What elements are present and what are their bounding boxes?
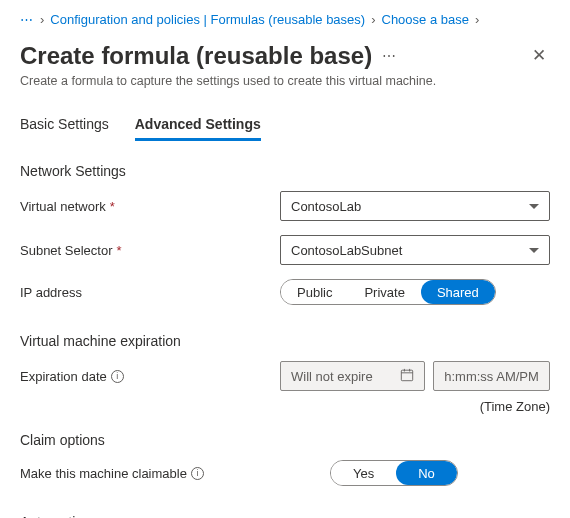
tab-basic-settings[interactable]: Basic Settings <box>20 116 109 141</box>
label-virtual-network: Virtual network * <box>20 199 280 214</box>
tabs: Basic Settings Advanced Settings <box>20 116 550 141</box>
breadcrumb-sep: › <box>371 12 375 27</box>
info-icon[interactable]: i <box>111 370 124 383</box>
page-title: Create formula (reusable base) <box>20 42 372 70</box>
claimable-toggle: Yes No <box>330 460 458 486</box>
input-expiration-date[interactable]: Will not expire <box>280 361 425 391</box>
ip-address-toggle: Public Private Shared <box>280 279 496 305</box>
tab-advanced-settings[interactable]: Advanced Settings <box>135 116 261 141</box>
section-automation: Automation <box>20 514 550 518</box>
input-expiration-time[interactable]: h:mm:ss AM/PM <box>433 361 550 391</box>
breadcrumb-link-config[interactable]: Configuration and policies | Formulas (r… <box>50 12 365 27</box>
calendar-icon <box>400 368 414 385</box>
breadcrumb-link-choose-base[interactable]: Choose a base <box>382 12 469 27</box>
section-network: Network Settings <box>20 163 550 179</box>
required-marker: * <box>117 243 122 258</box>
claimable-yes[interactable]: Yes <box>331 461 396 485</box>
claimable-no[interactable]: No <box>396 461 457 485</box>
close-icon[interactable]: ✕ <box>528 41 550 70</box>
timezone-note: (Time Zone) <box>20 399 550 414</box>
label-subnet-selector: Subnet Selector * <box>20 243 280 258</box>
breadcrumb: ⋯ › Configuration and policies | Formula… <box>20 12 550 27</box>
more-icon[interactable]: ⋯ <box>382 48 397 64</box>
svg-rect-0 <box>402 370 413 381</box>
label-claimable: Make this machine claimable i <box>20 466 280 481</box>
breadcrumb-sep: › <box>475 12 479 27</box>
page-subtitle: Create a formula to capture the settings… <box>20 74 550 88</box>
info-icon[interactable]: i <box>191 467 204 480</box>
section-expiration: Virtual machine expiration <box>20 333 550 349</box>
select-virtual-network[interactable]: ContosoLab <box>280 191 550 221</box>
ip-option-private[interactable]: Private <box>348 280 420 304</box>
section-claim: Claim options <box>20 432 550 448</box>
breadcrumb-sep: › <box>40 12 44 27</box>
ip-option-public[interactable]: Public <box>281 280 348 304</box>
title-row: Create formula (reusable base) ⋯ ✕ <box>20 41 550 70</box>
label-expiration-date: Expiration date i <box>20 369 280 384</box>
ip-option-shared[interactable]: Shared <box>421 280 495 304</box>
required-marker: * <box>110 199 115 214</box>
breadcrumb-overflow[interactable]: ⋯ <box>20 12 34 27</box>
label-ip-address: IP address <box>20 285 280 300</box>
select-subnet[interactable]: ContosoLabSubnet <box>280 235 550 265</box>
